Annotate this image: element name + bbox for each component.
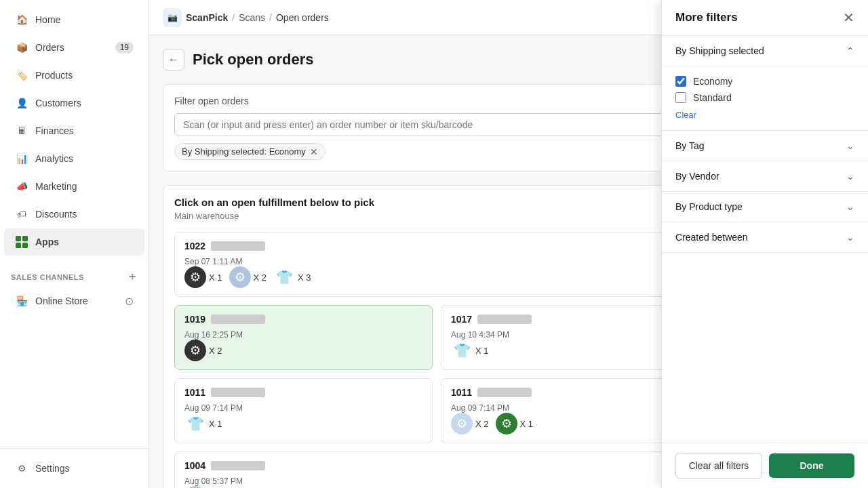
standard-checkbox[interactable] — [675, 92, 686, 103]
standard-label: Standard — [693, 92, 732, 103]
clear-shipping-link[interactable]: Clear — [675, 110, 696, 120]
order-item: 👕 X 1 — [451, 340, 489, 361]
item-qty: X 2 — [209, 346, 222, 356]
sidebar-item-online-store[interactable]: 🏪 Online Store ⊙ — [4, 287, 144, 314]
filter-group-vendor: By Vendor ⌄ — [662, 161, 868, 192]
order-date: Sep 07 1:11 AM — [184, 257, 669, 266]
gear-light-icon: ⚙ — [451, 413, 473, 434]
item-qty: X 1 — [475, 346, 489, 356]
order-name-blurred — [211, 241, 265, 251]
online-store-icon: 🏪 — [15, 294, 28, 308]
order-card-1019[interactable]: 1019 Aug 16 2:25 PM ⚙ X 2 — [174, 305, 433, 370]
sidebar-label-apps: Apps — [35, 237, 59, 247]
close-panel-button[interactable]: ✕ — [843, 11, 854, 24]
sidebar-label-products: Products — [35, 70, 73, 81]
order-card-1022[interactable]: 1022 Sep 07 1:11 AM ⚙ X 1 ⚙ X 2 — [174, 232, 679, 297]
filter-group-created-between-label: Created between — [675, 232, 748, 243]
sidebar-item-finances[interactable]: 🖩 Finances — [4, 117, 144, 144]
gear-green-icon: ⚙ — [496, 413, 517, 434]
sidebar-label-home: Home — [35, 14, 60, 25]
sidebar-item-products[interactable]: 🏷️ Products — [4, 62, 144, 89]
sidebar-item-settings[interactable]: ⚙ Settings — [4, 455, 144, 482]
item-qty: X 1 — [209, 272, 222, 283]
sidebar-item-analytics[interactable]: 📊 Analytics — [4, 145, 144, 172]
item-qty: X 1 — [520, 419, 534, 429]
sidebar-item-home[interactable]: 🏠 Home — [4, 6, 144, 33]
remove-filter-button[interactable]: ✕ — [310, 147, 318, 157]
order-date: Aug 09 7:14 PM — [451, 403, 689, 413]
sidebar-label-online-store: Online Store — [35, 296, 88, 306]
order-item: ⚙ X 2 — [229, 266, 267, 288]
sidebar-item-discounts[interactable]: 🏷 Discounts — [4, 201, 144, 228]
order-items: 👕 X 1 — [451, 340, 689, 361]
sidebar-item-marketing[interactable]: 📣 Marketing — [4, 173, 144, 200]
gear-icon: ⚙ — [184, 340, 206, 361]
gear-icon: ⚙ — [184, 266, 206, 288]
order-item: ⚙ X 2 — [451, 413, 489, 434]
apps-icon — [15, 235, 28, 249]
order-items: 👕 X 1 — [184, 413, 422, 434]
order-number: 1019 — [184, 314, 205, 325]
filter-group-product-type-header[interactable]: By Product type ⌄ — [662, 192, 868, 222]
order-number: 1004 — [184, 460, 205, 471]
item-qty: X 1 — [209, 419, 222, 429]
orders-badge: 19 — [115, 42, 134, 53]
online-store-settings-icon[interactable]: ⊙ — [125, 295, 134, 308]
svg-rect-3 — [22, 243, 28, 248]
panel-body: By Shipping selected ⌃ Economy Standard … — [662, 36, 868, 443]
order-card-1011a[interactable]: 1011 Aug 09 7:14 PM 👕 X 1 — [174, 378, 433, 443]
order-date: Aug 09 7:14 PM — [184, 403, 422, 413]
order-items: ⚙ X 2 ⚙ X 1 — [451, 413, 689, 434]
item-qty: X 2 — [254, 272, 267, 283]
sidebar-item-apps[interactable]: Apps — [4, 228, 144, 256]
svg-rect-2 — [16, 243, 21, 248]
settings-section: ⚙ Settings — [0, 448, 149, 488]
order-card-1017[interactable]: 1017 Aug 10 4:34 PM 👕 X 1 — [441, 305, 699, 370]
shirt-icon: 👕 — [451, 340, 473, 361]
breadcrumb-open-orders: Open orders — [276, 12, 329, 23]
checkbox-economy[interactable]: Economy — [675, 73, 854, 89]
breadcrumb-scans[interactable]: Scans — [239, 12, 265, 23]
order-number: 1011 — [451, 387, 472, 398]
item-qty: X 2 — [475, 419, 489, 429]
svg-rect-1 — [22, 236, 28, 241]
app-logo: 📷 — [163, 8, 182, 27]
sales-channels-section: SALES CHANNELS ＋ — [0, 262, 149, 287]
order-date: Aug 16 2:25 PM — [184, 330, 422, 340]
filter-tag-label: By Shipping selected: Economy — [182, 146, 306, 157]
chevron-down-icon: ⌄ — [846, 201, 854, 212]
filter-group-vendor-label: By Vendor — [675, 171, 719, 182]
back-button[interactable]: ← — [163, 49, 184, 70]
order-item: ⚙ X 1 — [184, 266, 222, 288]
filter-group-shipping-header[interactable]: By Shipping selected ⌃ — [662, 36, 868, 66]
sidebar-label-finances: Finances — [35, 125, 74, 136]
sidebar-item-customers[interactable]: 👤 Customers — [4, 89, 144, 117]
panel-footer: Clear all filters Done — [662, 443, 868, 488]
filter-group-shipping-content: Economy Standard Clear — [662, 66, 868, 130]
discounts-icon: 🏷 — [15, 207, 28, 221]
clear-all-filters-button[interactable]: Clear all filters — [675, 453, 762, 479]
filter-group-vendor-header[interactable]: By Vendor ⌄ — [662, 161, 868, 191]
page-title: Pick open orders — [193, 51, 314, 68]
sidebar-label-discounts: Discounts — [35, 209, 77, 220]
sidebar-label-marketing: Marketing — [35, 181, 77, 192]
filter-group-tag-header[interactable]: By Tag ⌄ — [662, 131, 868, 161]
order-name-blurred — [211, 388, 265, 397]
order-name-blurred — [211, 314, 265, 324]
checkbox-standard[interactable]: Standard — [675, 89, 854, 106]
order-items: ⚙ X 2 — [184, 340, 422, 361]
economy-label: Economy — [693, 76, 732, 87]
economy-checkbox[interactable] — [675, 76, 686, 87]
order-name-blurred — [477, 388, 532, 397]
order-card-1011b[interactable]: 1011 Aug 09 7:14 PM ⚙ X 2 ⚙ X 1 — [441, 378, 699, 443]
add-sales-channel-button[interactable]: ＋ — [127, 270, 138, 284]
order-number: 1022 — [184, 241, 205, 251]
products-icon: 🏷️ — [15, 68, 28, 82]
done-button[interactable]: Done — [769, 453, 854, 478]
sidebar-item-orders[interactable]: 📦 Orders 19 — [4, 34, 144, 61]
settings-icon: ⚙ — [15, 462, 28, 475]
item-qty: X 3 — [298, 272, 311, 283]
panel-header: More filters ✕ — [662, 0, 868, 36]
filter-group-created-between-header[interactable]: Created between ⌄ — [662, 222, 868, 252]
order-item: 👕 X 1 — [184, 413, 222, 434]
